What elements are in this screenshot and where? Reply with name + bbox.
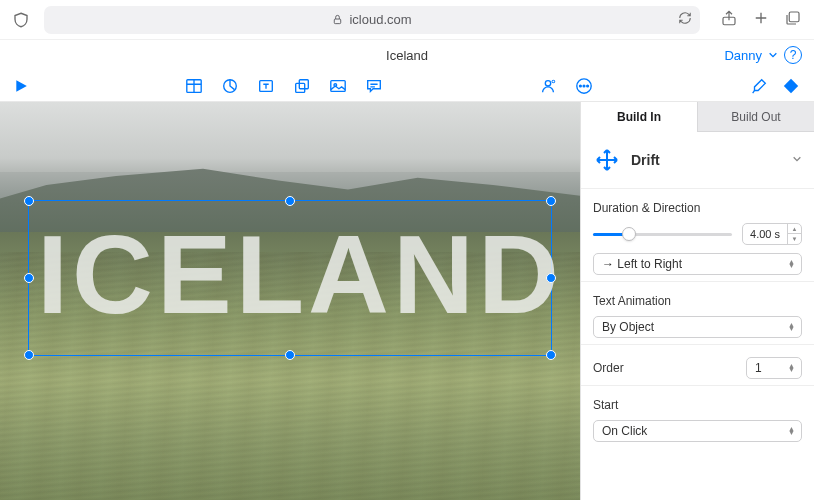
svg-point-15 <box>587 85 589 87</box>
caret-icon: ▲▼ <box>788 364 795 372</box>
animate-icon[interactable] <box>782 77 800 95</box>
slide-canvas[interactable]: ICELAND <box>0 102 580 500</box>
slide-title-text[interactable]: ICELAND <box>37 219 543 331</box>
text-selection-box[interactable]: ICELAND <box>28 200 552 356</box>
resize-handle[interactable] <box>24 273 34 283</box>
svg-rect-8 <box>330 80 344 91</box>
inspector-tabs: Build In Build Out <box>581 102 814 132</box>
order-select[interactable]: 1 ▲▼ <box>746 357 802 379</box>
chevron-down-icon[interactable] <box>768 50 778 60</box>
start-label: Start <box>593 398 802 412</box>
play-button[interactable] <box>14 79 28 93</box>
svg-rect-6 <box>299 79 308 88</box>
svg-point-14 <box>583 85 585 87</box>
svg-rect-2 <box>789 12 799 22</box>
shape-icon[interactable] <box>293 77 311 95</box>
media-icon[interactable] <box>329 77 347 95</box>
tabs-icon[interactable] <box>784 9 802 31</box>
text-icon[interactable] <box>257 77 275 95</box>
start-panel: Start On Click ▲▼ <box>581 386 814 448</box>
title-bar: Iceland Danny ? <box>0 40 814 70</box>
table-icon[interactable] <box>185 77 203 95</box>
duration-slider[interactable] <box>593 233 732 236</box>
resize-handle[interactable] <box>546 273 556 283</box>
direction-select[interactable]: → Left to Right ▲▼ <box>593 253 802 275</box>
refresh-icon[interactable] <box>678 11 692 28</box>
drift-icon <box>593 146 621 174</box>
svg-rect-7 <box>295 83 304 92</box>
order-panel: Order 1 ▲▼ <box>581 345 814 386</box>
resize-handle[interactable] <box>546 196 556 206</box>
browser-actions <box>720 9 802 31</box>
more-icon[interactable] <box>575 77 593 95</box>
user-menu[interactable]: Danny <box>724 48 762 63</box>
format-brush-icon[interactable] <box>750 77 768 95</box>
document-title: Iceland <box>386 48 428 63</box>
share-icon[interactable] <box>720 9 738 31</box>
url-bar[interactable]: icloud.com <box>44 6 700 34</box>
caret-icon: ▲▼ <box>788 323 795 331</box>
help-icon[interactable]: ? <box>784 46 802 64</box>
text-animation-label: Text Animation <box>593 294 802 308</box>
order-label: Order <box>593 361 624 375</box>
comment-icon[interactable] <box>365 77 383 95</box>
caret-icon: ▲▼ <box>788 427 795 435</box>
caret-icon: ▲▼ <box>788 260 795 268</box>
duration-input[interactable]: 4.00 s ▲▼ <box>742 223 802 245</box>
resize-handle[interactable] <box>285 350 295 360</box>
new-tab-icon[interactable] <box>752 9 770 31</box>
inspector-panel: Build In Build Out Drift Duration & Dire… <box>580 102 814 500</box>
tab-build-out[interactable]: Build Out <box>698 102 814 132</box>
duration-stepper[interactable]: ▲▼ <box>787 224 801 244</box>
effect-name: Drift <box>631 152 660 168</box>
svg-point-10 <box>546 80 551 85</box>
collaborate-icon[interactable] <box>539 77 557 95</box>
svg-rect-0 <box>335 19 341 24</box>
resize-handle[interactable] <box>285 196 295 206</box>
start-select[interactable]: On Click ▲▼ <box>593 420 802 442</box>
chart-icon[interactable] <box>221 77 239 95</box>
text-animation-select[interactable]: By Object ▲▼ <box>593 316 802 338</box>
toolbar <box>0 70 814 102</box>
svg-point-13 <box>580 85 582 87</box>
resize-handle[interactable] <box>24 196 34 206</box>
resize-handle[interactable] <box>546 350 556 360</box>
tab-build-in[interactable]: Build In <box>581 102 698 132</box>
duration-panel: Duration & Direction 4.00 s ▲▼ → Left to… <box>581 189 814 282</box>
lock-icon <box>332 14 343 25</box>
browser-bar: icloud.com <box>0 0 814 40</box>
effect-selector[interactable]: Drift <box>581 132 814 189</box>
text-animation-panel: Text Animation By Object ▲▼ <box>581 282 814 345</box>
privacy-shield-icon[interactable] <box>12 11 30 29</box>
chevron-down-icon <box>792 153 802 167</box>
duration-label: Duration & Direction <box>593 201 802 215</box>
url-text: icloud.com <box>349 12 411 27</box>
resize-handle[interactable] <box>24 350 34 360</box>
